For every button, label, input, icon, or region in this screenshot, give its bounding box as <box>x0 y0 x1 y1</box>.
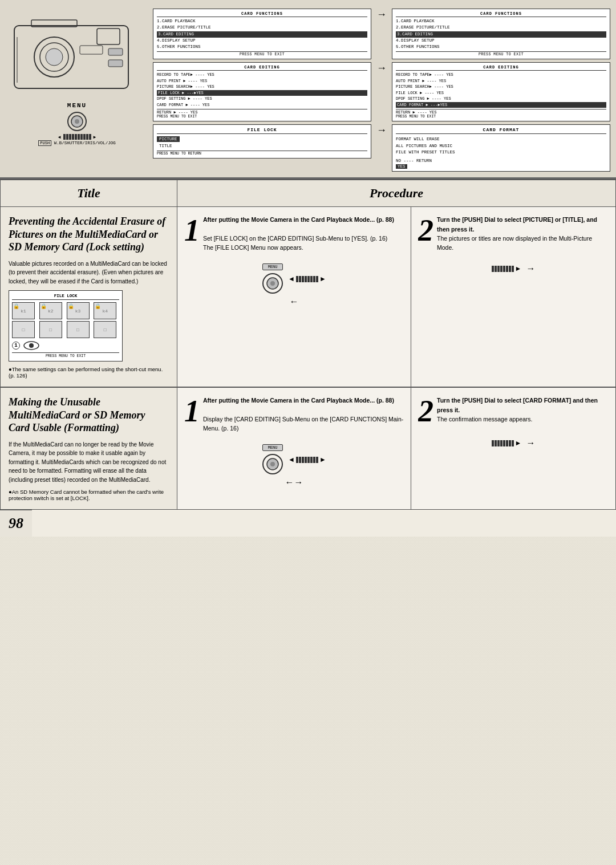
card-editing-title-1: CARD EDITING <box>157 65 367 71</box>
cf2-item3: 3.CARD EDITING <box>396 31 606 38</box>
file-lock-title-item: TITLE <box>157 143 367 149</box>
ce2-footer1: RETURN ► ---- YES <box>396 109 606 115</box>
section2-step1-text: After putting the Movie Camera in the Ca… <box>203 396 404 433</box>
step4-device-diagram: ► → <box>418 438 609 448</box>
menu-label: MENU <box>67 102 87 109</box>
section1-body: Valuable pictures recorded on a MultiMed… <box>9 259 169 286</box>
cf2-item5: 5.OTHER FUNCTIONS <box>396 44 606 50</box>
ce1-item3: PICTURE SEARCH► ---- YES <box>157 84 367 90</box>
push-label: PUSH W.B/SHUTTER/IRIS/VOL/JOG <box>38 141 115 145</box>
cf1-item1: 1.CARD PLAYBACK <box>157 18 367 25</box>
thumb-2: 🔒 k2 <box>39 302 62 319</box>
filelock-thumbs: 🔒 k1 🔒 k2 🔒 k3 <box>12 302 119 338</box>
header-row: Title Procedure <box>1 180 616 207</box>
ce1-item6: CARD FORMAT ► ---- YES <box>157 102 367 108</box>
arrow-2: → <box>374 62 389 74</box>
eye-icon <box>23 340 40 351</box>
svg-rect-10 <box>80 46 103 54</box>
card-functions-box-2: CARD FUNCTIONS 1.CARD PLAYBACK 2.ERASE P… <box>392 9 610 59</box>
cf2-item4: 4.DISPLAY SETUP <box>396 38 606 44</box>
card-editing-box-2: CARD EDITING RECORD TO TAPE► ---- YES AU… <box>392 62 610 121</box>
ce1-item4: FILE LOCK ► ---►YES <box>157 90 367 96</box>
card-format-yes: YES <box>396 164 407 169</box>
card-format-line2: ALL PICTURES AND MUSIC <box>396 143 606 149</box>
ce2-footer2: PRESS MENU TO EXIT <box>396 115 606 119</box>
section2-note: ●An SD Memory Card cannot be formatted w… <box>9 489 169 501</box>
cf1-footer: PRESS MENU TO EXIT <box>157 51 367 56</box>
card-format-line3: FILE WITH PRESET TITLES <box>396 149 606 156</box>
section1-step2-number: 2 <box>418 215 433 246</box>
menus-grid: CARD FUNCTIONS 1.CARD PLAYBACK 2.ERASE P… <box>153 9 610 172</box>
camera-svg <box>9 9 145 100</box>
svg-point-15 <box>29 343 34 348</box>
svg-point-3 <box>46 48 63 66</box>
thumb-8: □ <box>94 321 116 338</box>
cf1-item2: 2.ERASE PICTURE/TITLE <box>157 25 367 31</box>
ce2-item2: AUTO PRINT ► ---- YES <box>396 78 606 84</box>
menu-btn-drawn-2: MENU <box>262 444 283 451</box>
cf2-item2: 2.ERASE PICTURE/TITLE <box>396 25 606 31</box>
section2-step2-cell: 2 Turn the [PUSH] Dial to select [CARD F… <box>411 387 616 510</box>
ce1-item2: AUTO PRINT ► ---- YES <box>157 78 367 84</box>
thumb-1: 🔒 k1 <box>12 302 35 319</box>
bottom-content: Title Procedure Preventing the Accidenta… <box>0 179 616 537</box>
section2-step2-text: Turn the [PUSH] Dial to select [CARD FOR… <box>437 396 609 424</box>
card-functions-title-2: CARD FUNCTIONS <box>396 11 606 17</box>
cf2-footer: PRESS MENU TO EXIT <box>396 51 606 56</box>
card-format-line1: FORMAT WILL ERASE <box>396 136 606 143</box>
card-format-title: CARD FORMAT <box>396 127 606 134</box>
filelock-illus-title: FILE LOCK <box>12 294 119 300</box>
svg-point-18 <box>270 281 275 286</box>
card-editing-title-2: CARD EDITING <box>396 65 606 71</box>
section1-title: Preventing the Accidental Erasure of Pic… <box>9 215 169 254</box>
card-functions-title-1: CARD FUNCTIONS <box>157 11 367 17</box>
file-lock-footer: PRESS MENU TO RETURN <box>157 151 367 156</box>
section2-step1-cell: 1 After putting the Movie Camera in the … <box>177 387 411 510</box>
svg-rect-7 <box>108 60 123 67</box>
section1-step1-text: After putting the Movie Camera in the Ca… <box>203 215 404 252</box>
cf2-item1: 1.CARD PLAYBACK <box>396 18 606 25</box>
ce2-item5: DPOF SETTING ► ---- YES <box>396 96 606 102</box>
section1-step1-number: 1 <box>184 215 200 246</box>
svg-rect-4 <box>97 29 120 44</box>
ce1-footer2: PRESS MENU TO EXIT <box>157 115 367 119</box>
camera-diagram: MENU ◄ ► <box>6 9 148 145</box>
ce1-footer1: RETURN ► ---- YES <box>157 109 367 115</box>
card-functions-box-1: CARD FUNCTIONS 1.CARD PLAYBACK 2.ERASE P… <box>153 9 371 59</box>
card-format-box: CARD FORMAT FORMAT WILL ERASE ALL PICTUR… <box>392 124 610 172</box>
svg-point-21 <box>270 462 275 466</box>
thumb-3: 🔒 k3 <box>67 302 90 319</box>
section1-step2-cell: 2 Turn the [PUSH] Dial to select [PICTUR… <box>411 207 616 388</box>
ce2-item3: PICTURE SEARCH► ---- YES <box>396 84 606 90</box>
file-lock-picture: PICTURE <box>157 136 180 142</box>
section1-note: ●The same settings can be performed usin… <box>9 366 169 379</box>
page-number: 98 <box>0 510 32 537</box>
thumb-5: □ <box>12 321 35 338</box>
card-format-no: NO ---- RETURN <box>396 158 606 164</box>
jog-dial-svg <box>67 111 87 132</box>
step3-device-diagram: MENU ◄ <box>184 444 404 475</box>
menu-btn-drawn: MENU <box>262 263 283 270</box>
cf1-item4: 4.DISPLAY SETUP <box>157 38 367 44</box>
section2-body: If the MultiMediaCard can no longer be r… <box>9 440 169 485</box>
section2-title-cell: Making the Unusable MultiMediaCard or SD… <box>1 387 177 510</box>
section2-step1-number: 1 <box>184 396 200 427</box>
dial-drawn-2 <box>262 453 283 475</box>
svg-rect-0 <box>14 26 128 88</box>
arrow-3: → <box>374 124 389 136</box>
procedure-header: Procedure <box>177 180 616 207</box>
step2-device-diagram: ► → <box>418 263 609 274</box>
ce2-item1: RECORD TO TAPE► ---- YES <box>396 72 606 78</box>
top-section: MENU ◄ ► <box>0 0 616 179</box>
file-lock-box: FILE LOCK PICTURE TITLE PRESS MENU TO RE… <box>153 124 371 159</box>
title-header: Title <box>1 180 177 207</box>
step1-device-diagram: MENU ◄ <box>184 263 404 294</box>
file-lock-title: FILE LOCK <box>157 127 367 134</box>
ce2-item6: CARD FORMAT ► ---►YES <box>396 102 606 108</box>
section1-step2-text: Turn the [PUSH] Dial to select [PICTURE]… <box>437 215 609 252</box>
svg-rect-6 <box>108 48 123 55</box>
section2-step2-number: 2 <box>418 396 433 427</box>
card-editing-box-1: CARD EDITING RECORD TO TAPE► ---- YES AU… <box>153 62 371 121</box>
svg-point-13 <box>75 119 79 124</box>
cf1-item3: 3.CARD EDITING <box>157 31 367 38</box>
